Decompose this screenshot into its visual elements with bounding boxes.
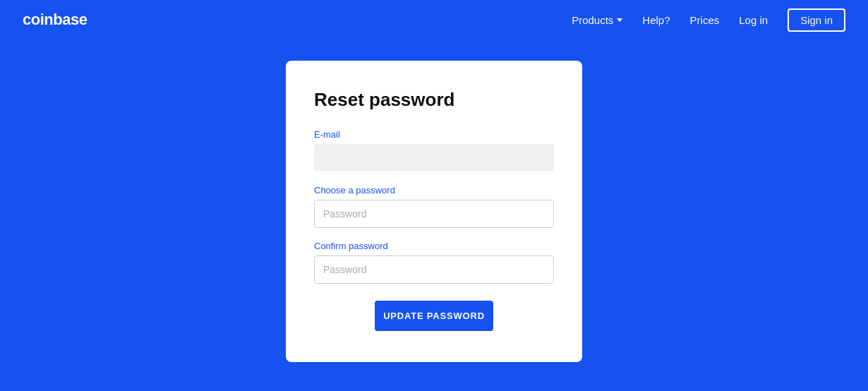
nav-products-label: Products [572,14,613,26]
card-title: Reset password [314,89,554,111]
page-content: Reset password E-mail Choose a password … [0,40,868,362]
nav-prices[interactable]: Prices [690,14,720,26]
nav-signin-button[interactable]: Sign in [788,8,845,32]
navbar: coinbase Products Help? Prices Log in Si… [0,0,868,40]
email-label: E-mail [314,129,554,140]
nav-products[interactable]: Products [572,14,622,26]
password-input[interactable] [314,200,554,228]
nav-login[interactable]: Log in [739,14,768,26]
password-group: Choose a password [314,185,554,228]
email-field[interactable] [314,144,554,171]
reset-password-card: Reset password E-mail Choose a password … [286,61,582,362]
logo[interactable]: coinbase [23,11,87,29]
password-label: Choose a password [314,185,554,196]
confirm-password-input[interactable] [314,255,554,284]
chevron-down-icon [617,18,622,22]
confirm-label: Confirm password [314,241,554,251]
update-password-button[interactable]: UPDATE PASSWORD [375,301,493,331]
confirm-group: Confirm password [314,241,554,284]
nav-help[interactable]: Help? [642,14,670,26]
nav-links: Products Help? Prices Log in Sign in [572,8,845,32]
